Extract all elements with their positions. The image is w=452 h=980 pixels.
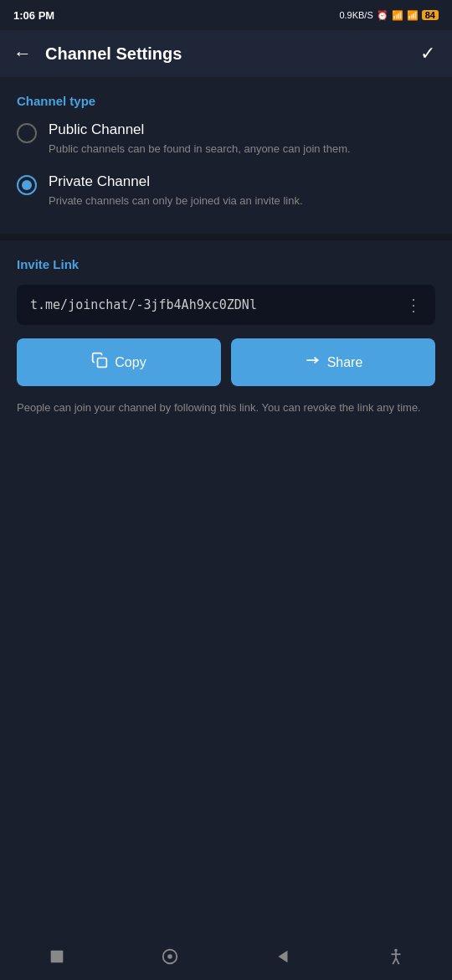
content-area: Channel type Public Channel Public chann…: [0, 77, 452, 430]
public-channel-label: Public Channel: [49, 121, 435, 138]
back-nav-button[interactable]: [257, 941, 309, 972]
svg-line-10: [396, 958, 399, 964]
private-channel-radio[interactable]: [17, 175, 37, 195]
copy-label: Copy: [115, 355, 146, 370]
confirm-button[interactable]: ✓: [417, 39, 439, 68]
back-button[interactable]: ←: [13, 39, 39, 68]
battery-icon: 84: [422, 10, 439, 20]
copy-icon: [91, 352, 108, 373]
svg-marker-5: [278, 951, 287, 963]
status-icons: 0.9KB/S ⏰ 📶 📶 84: [339, 10, 439, 21]
speed-indicator: 0.9KB/S: [339, 10, 372, 20]
share-icon: [304, 352, 321, 373]
wifi-icon: 📶: [407, 10, 419, 21]
svg-rect-0: [98, 358, 107, 368]
channel-type-title: Channel type: [17, 94, 435, 108]
channel-type-section: Channel type Public Channel Public chann…: [0, 77, 452, 234]
invite-link-helper: People can join your channel by followin…: [17, 400, 435, 416]
link-more-button[interactable]: ⋮: [397, 297, 422, 313]
share-label: Share: [327, 355, 363, 370]
action-buttons: Copy Share: [17, 338, 435, 386]
link-box: t.me/joinchat/-3jfb4Ah9xc0ZDNl ⋮: [17, 285, 435, 325]
section-divider: [0, 234, 452, 240]
accessibility-button[interactable]: [370, 941, 422, 972]
status-time: 1:06 PM: [13, 9, 54, 22]
home-button[interactable]: [144, 941, 196, 972]
signal-icon: 📶: [392, 10, 403, 21]
invite-link-text: t.me/joinchat/-3jfb4Ah9xc0ZDNl: [30, 297, 397, 312]
public-channel-radio[interactable]: [17, 123, 37, 143]
alarm-icon: ⏰: [377, 10, 388, 21]
bottom-nav: [0, 933, 452, 980]
private-channel-option[interactable]: Private Channel Private channels can onl…: [17, 173, 435, 209]
share-button[interactable]: Share: [231, 338, 435, 386]
invite-link-section: Invite Link t.me/joinchat/-3jfb4Ah9xc0ZD…: [0, 240, 452, 430]
svg-point-4: [167, 954, 172, 959]
nav-bar: ← Channel Settings ✓: [0, 30, 452, 77]
svg-rect-2: [50, 951, 63, 963]
invite-link-title: Invite Link: [17, 257, 435, 271]
private-channel-desc: Private channels can only be joined via …: [49, 193, 435, 209]
page-title: Channel Settings: [45, 44, 417, 64]
private-channel-label: Private Channel: [49, 173, 435, 190]
public-channel-desc: Public channels can be found in search, …: [49, 142, 435, 157]
status-bar: 1:06 PM 0.9KB/S ⏰ 📶 📶 84: [0, 0, 452, 30]
stop-button[interactable]: [31, 941, 83, 972]
svg-line-9: [393, 958, 396, 964]
copy-button[interactable]: Copy: [17, 338, 221, 386]
public-channel-option[interactable]: Public Channel Public channels can be fo…: [17, 121, 435, 157]
svg-point-6: [394, 949, 398, 952]
